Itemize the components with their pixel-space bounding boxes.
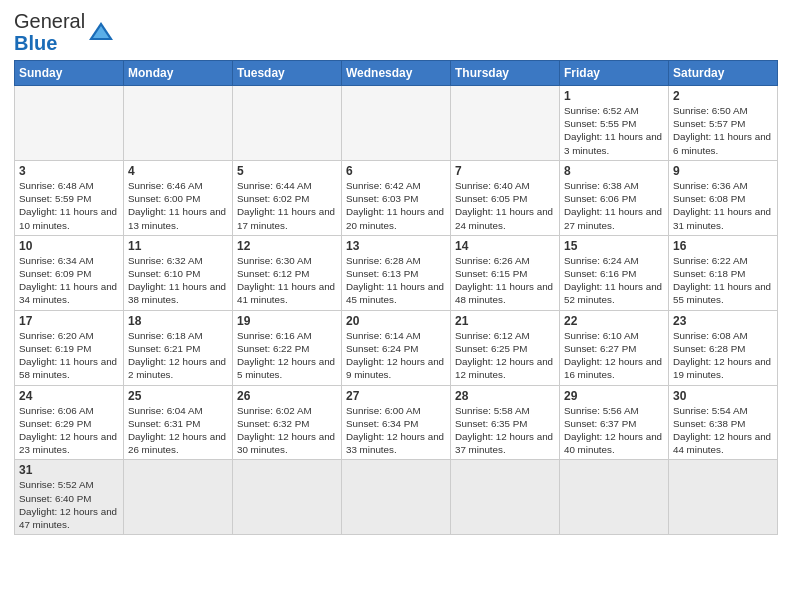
day-info: Sunrise: 6:22 AM Sunset: 6:18 PM Dayligh…: [673, 254, 773, 307]
day-number: 17: [19, 314, 119, 328]
day-info: Sunrise: 6:34 AM Sunset: 6:09 PM Dayligh…: [19, 254, 119, 307]
day-cell: 22Sunrise: 6:10 AM Sunset: 6:27 PM Dayli…: [560, 310, 669, 385]
day-number: 8: [564, 164, 664, 178]
day-number: 12: [237, 239, 337, 253]
weekday-header-sunday: Sunday: [15, 61, 124, 86]
day-number: 11: [128, 239, 228, 253]
day-cell: 2Sunrise: 6:50 AM Sunset: 5:57 PM Daylig…: [669, 86, 778, 161]
day-info: Sunrise: 6:10 AM Sunset: 6:27 PM Dayligh…: [564, 329, 664, 382]
day-info: Sunrise: 5:54 AM Sunset: 6:38 PM Dayligh…: [673, 404, 773, 457]
day-cell: [451, 460, 560, 535]
day-number: 22: [564, 314, 664, 328]
weekday-header-saturday: Saturday: [669, 61, 778, 86]
day-info: Sunrise: 6:40 AM Sunset: 6:05 PM Dayligh…: [455, 179, 555, 232]
day-cell: 3Sunrise: 6:48 AM Sunset: 5:59 PM Daylig…: [15, 160, 124, 235]
day-cell: 10Sunrise: 6:34 AM Sunset: 6:09 PM Dayli…: [15, 235, 124, 310]
day-cell: 6Sunrise: 6:42 AM Sunset: 6:03 PM Daylig…: [342, 160, 451, 235]
header: General Blue: [14, 10, 778, 54]
day-number: 3: [19, 164, 119, 178]
day-number: 31: [19, 463, 119, 477]
day-info: Sunrise: 5:52 AM Sunset: 6:40 PM Dayligh…: [19, 478, 119, 531]
day-info: Sunrise: 6:46 AM Sunset: 6:00 PM Dayligh…: [128, 179, 228, 232]
day-info: Sunrise: 6:04 AM Sunset: 6:31 PM Dayligh…: [128, 404, 228, 457]
day-cell: 29Sunrise: 5:56 AM Sunset: 6:37 PM Dayli…: [560, 385, 669, 460]
day-number: 6: [346, 164, 446, 178]
day-cell: 11Sunrise: 6:32 AM Sunset: 6:10 PM Dayli…: [124, 235, 233, 310]
day-cell: 19Sunrise: 6:16 AM Sunset: 6:22 PM Dayli…: [233, 310, 342, 385]
day-cell: 30Sunrise: 5:54 AM Sunset: 6:38 PM Dayli…: [669, 385, 778, 460]
day-number: 1: [564, 89, 664, 103]
day-number: 27: [346, 389, 446, 403]
logo-icon: [87, 18, 115, 46]
day-cell: 9Sunrise: 6:36 AM Sunset: 6:08 PM Daylig…: [669, 160, 778, 235]
day-cell: [451, 86, 560, 161]
day-number: 29: [564, 389, 664, 403]
day-number: 18: [128, 314, 228, 328]
day-info: Sunrise: 6:48 AM Sunset: 5:59 PM Dayligh…: [19, 179, 119, 232]
day-cell: 13Sunrise: 6:28 AM Sunset: 6:13 PM Dayli…: [342, 235, 451, 310]
day-number: 13: [346, 239, 446, 253]
day-info: Sunrise: 6:12 AM Sunset: 6:25 PM Dayligh…: [455, 329, 555, 382]
day-number: 21: [455, 314, 555, 328]
day-number: 25: [128, 389, 228, 403]
day-cell: 18Sunrise: 6:18 AM Sunset: 6:21 PM Dayli…: [124, 310, 233, 385]
week-row-2: 3Sunrise: 6:48 AM Sunset: 5:59 PM Daylig…: [15, 160, 778, 235]
day-info: Sunrise: 6:20 AM Sunset: 6:19 PM Dayligh…: [19, 329, 119, 382]
day-cell: [342, 460, 451, 535]
day-number: 30: [673, 389, 773, 403]
weekday-header-thursday: Thursday: [451, 61, 560, 86]
day-info: Sunrise: 6:36 AM Sunset: 6:08 PM Dayligh…: [673, 179, 773, 232]
day-cell: 15Sunrise: 6:24 AM Sunset: 6:16 PM Dayli…: [560, 235, 669, 310]
day-info: Sunrise: 6:52 AM Sunset: 5:55 PM Dayligh…: [564, 104, 664, 157]
day-number: 15: [564, 239, 664, 253]
day-number: 7: [455, 164, 555, 178]
day-cell: 31Sunrise: 5:52 AM Sunset: 6:40 PM Dayli…: [15, 460, 124, 535]
day-cell: [669, 460, 778, 535]
day-number: 4: [128, 164, 228, 178]
day-number: 14: [455, 239, 555, 253]
day-cell: 27Sunrise: 6:00 AM Sunset: 6:34 PM Dayli…: [342, 385, 451, 460]
day-info: Sunrise: 5:56 AM Sunset: 6:37 PM Dayligh…: [564, 404, 664, 457]
day-cell: [15, 86, 124, 161]
week-row-3: 10Sunrise: 6:34 AM Sunset: 6:09 PM Dayli…: [15, 235, 778, 310]
day-cell: [124, 460, 233, 535]
day-info: Sunrise: 6:32 AM Sunset: 6:10 PM Dayligh…: [128, 254, 228, 307]
day-cell: 14Sunrise: 6:26 AM Sunset: 6:15 PM Dayli…: [451, 235, 560, 310]
day-info: Sunrise: 6:38 AM Sunset: 6:06 PM Dayligh…: [564, 179, 664, 232]
day-number: 19: [237, 314, 337, 328]
day-number: 23: [673, 314, 773, 328]
day-info: Sunrise: 6:42 AM Sunset: 6:03 PM Dayligh…: [346, 179, 446, 232]
day-cell: 17Sunrise: 6:20 AM Sunset: 6:19 PM Dayli…: [15, 310, 124, 385]
day-number: 28: [455, 389, 555, 403]
logo-general-text: General: [14, 10, 85, 32]
weekday-header-wednesday: Wednesday: [342, 61, 451, 86]
day-cell: [233, 460, 342, 535]
day-cell: [233, 86, 342, 161]
day-number: 26: [237, 389, 337, 403]
day-info: Sunrise: 6:00 AM Sunset: 6:34 PM Dayligh…: [346, 404, 446, 457]
day-cell: [342, 86, 451, 161]
day-number: 9: [673, 164, 773, 178]
week-row-5: 24Sunrise: 6:06 AM Sunset: 6:29 PM Dayli…: [15, 385, 778, 460]
weekday-header-row: SundayMondayTuesdayWednesdayThursdayFrid…: [15, 61, 778, 86]
day-info: Sunrise: 6:30 AM Sunset: 6:12 PM Dayligh…: [237, 254, 337, 307]
day-info: Sunrise: 5:58 AM Sunset: 6:35 PM Dayligh…: [455, 404, 555, 457]
day-cell: 4Sunrise: 6:46 AM Sunset: 6:00 PM Daylig…: [124, 160, 233, 235]
day-info: Sunrise: 6:44 AM Sunset: 6:02 PM Dayligh…: [237, 179, 337, 232]
day-info: Sunrise: 6:18 AM Sunset: 6:21 PM Dayligh…: [128, 329, 228, 382]
day-info: Sunrise: 6:24 AM Sunset: 6:16 PM Dayligh…: [564, 254, 664, 307]
day-cell: 16Sunrise: 6:22 AM Sunset: 6:18 PM Dayli…: [669, 235, 778, 310]
day-cell: 21Sunrise: 6:12 AM Sunset: 6:25 PM Dayli…: [451, 310, 560, 385]
logo: General Blue: [14, 10, 115, 54]
day-number: 16: [673, 239, 773, 253]
week-row-4: 17Sunrise: 6:20 AM Sunset: 6:19 PM Dayli…: [15, 310, 778, 385]
day-info: Sunrise: 6:02 AM Sunset: 6:32 PM Dayligh…: [237, 404, 337, 457]
day-number: 24: [19, 389, 119, 403]
day-cell: 7Sunrise: 6:40 AM Sunset: 6:05 PM Daylig…: [451, 160, 560, 235]
day-info: Sunrise: 6:28 AM Sunset: 6:13 PM Dayligh…: [346, 254, 446, 307]
page: General Blue SundayMondayTuesdayWednesda…: [0, 0, 792, 545]
day-cell: 23Sunrise: 6:08 AM Sunset: 6:28 PM Dayli…: [669, 310, 778, 385]
day-cell: 26Sunrise: 6:02 AM Sunset: 6:32 PM Dayli…: [233, 385, 342, 460]
day-info: Sunrise: 6:06 AM Sunset: 6:29 PM Dayligh…: [19, 404, 119, 457]
day-info: Sunrise: 6:26 AM Sunset: 6:15 PM Dayligh…: [455, 254, 555, 307]
